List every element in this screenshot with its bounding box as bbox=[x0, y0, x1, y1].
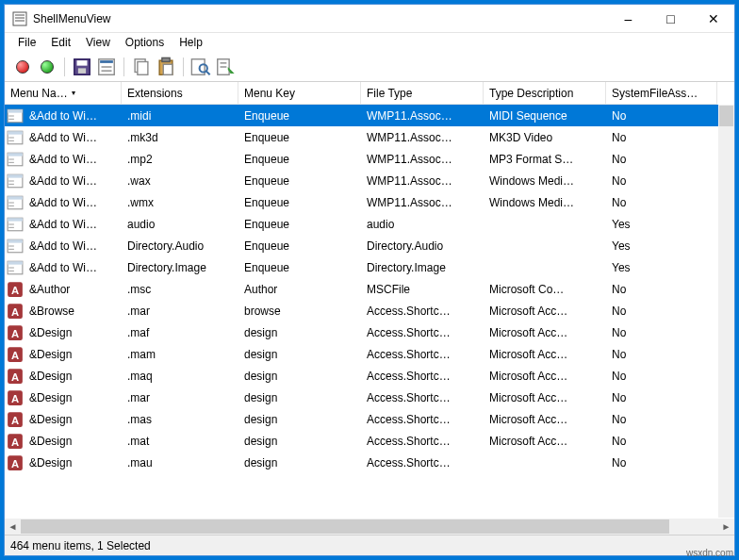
access-icon: A bbox=[7, 454, 24, 471]
maximize-button[interactable]: □ bbox=[649, 5, 692, 32]
svg-rect-12 bbox=[138, 61, 148, 74]
column-header-3[interactable]: File Type bbox=[361, 82, 484, 105]
cell: Access.Shortc… bbox=[361, 413, 484, 426]
cell: No bbox=[606, 305, 717, 318]
table-row[interactable]: A&Design.maqdesignAccess.Shortc…Microsof… bbox=[5, 365, 734, 387]
enable-button[interactable] bbox=[37, 57, 57, 77]
menu-icon bbox=[7, 151, 24, 168]
menubar: FileEditViewOptionsHelp bbox=[5, 33, 734, 52]
cell: .mar bbox=[122, 391, 238, 404]
menu-icon bbox=[7, 216, 24, 233]
column-header-2[interactable]: Menu Key bbox=[238, 82, 361, 105]
menu-file[interactable]: File bbox=[10, 34, 43, 51]
vertical-scrollbar[interactable] bbox=[718, 105, 734, 518]
save-button[interactable] bbox=[72, 57, 92, 77]
scroll-thumb[interactable] bbox=[719, 106, 733, 126]
listview: Menu Na…▾ExtensionsMenu KeyFile TypeType… bbox=[5, 82, 734, 535]
options-button[interactable] bbox=[215, 57, 236, 77]
horizontal-scrollbar[interactable]: ◄ ► bbox=[5, 519, 734, 535]
scroll-thumb[interactable] bbox=[21, 519, 669, 534]
disable-button[interactable] bbox=[12, 57, 33, 77]
column-header-0[interactable]: Menu Na…▾ bbox=[5, 82, 122, 105]
menu-view[interactable]: View bbox=[78, 34, 118, 51]
table-row[interactable]: A&Design.mardesignAccess.Shortc…Microsof… bbox=[5, 387, 734, 408]
table-row[interactable]: A&Design.masdesignAccess.Shortc…Microsof… bbox=[5, 408, 734, 430]
cell: Microsoft Acc… bbox=[484, 391, 606, 404]
find-button[interactable] bbox=[190, 57, 211, 77]
svg-text:A: A bbox=[11, 349, 19, 360]
copy-button[interactable] bbox=[131, 57, 152, 77]
menu-options[interactable]: Options bbox=[118, 34, 172, 51]
table-row[interactable]: &Add to Wi….waxEnqueueWMP11.Assoc…Window… bbox=[5, 170, 734, 191]
svg-rect-0 bbox=[13, 12, 26, 25]
cell: No bbox=[606, 153, 717, 166]
cell: Directory.Audio bbox=[361, 239, 484, 253]
listview-rows: &Add to Wi….midiEnqueueWMP11.Assoc…MIDI … bbox=[5, 105, 734, 519]
svg-rect-6 bbox=[78, 68, 86, 74]
menu-edit[interactable]: Edit bbox=[43, 34, 78, 51]
table-row[interactable]: &Add to Wi….wmxEnqueueWMP11.Assoc…Window… bbox=[5, 191, 734, 213]
cell: Microsoft Acc… bbox=[484, 348, 606, 361]
column-header-4[interactable]: Type Description bbox=[484, 82, 606, 105]
cell: Microsoft Acc… bbox=[484, 305, 606, 318]
cell: design bbox=[238, 326, 361, 339]
cell: &Add to Wi… bbox=[24, 153, 122, 166]
svg-text:A: A bbox=[11, 392, 19, 404]
cell: No bbox=[606, 131, 717, 144]
cell: No bbox=[606, 370, 717, 383]
menu-help[interactable]: Help bbox=[172, 34, 210, 51]
cell: .maf bbox=[122, 326, 238, 339]
cell: &Design bbox=[24, 348, 122, 361]
column-header-5[interactable]: SystemFileAss… bbox=[606, 82, 717, 105]
cell: MIDI Sequence bbox=[484, 109, 606, 123]
table-row[interactable]: A&Author.mscAuthorMSCFileMicrosoft Co…No bbox=[5, 278, 734, 300]
paste-button[interactable] bbox=[156, 57, 176, 77]
cell: .mk3d bbox=[122, 131, 238, 144]
cell: Microsoft Acc… bbox=[484, 435, 606, 448]
svg-text:A: A bbox=[11, 371, 19, 382]
menu-icon bbox=[7, 129, 24, 146]
table-row[interactable]: &Add to Wi….mk3dEnqueueWMP11.Assoc…MK3D … bbox=[5, 126, 734, 148]
scroll-right-button[interactable]: ► bbox=[718, 519, 734, 535]
minimize-button[interactable]: – bbox=[607, 5, 649, 32]
watermark: wsxdn.com bbox=[686, 548, 733, 558]
cell: MSCFile bbox=[361, 283, 484, 296]
cell: .maq bbox=[122, 370, 238, 383]
menu-icon bbox=[7, 259, 24, 276]
table-row[interactable]: &Add to Wi….mp2EnqueueWMP11.Assoc…MP3 Fo… bbox=[5, 148, 734, 170]
table-row[interactable]: &Add to Wi…Directory.ImageEnqueueDirecto… bbox=[5, 256, 734, 278]
cell: Access.Shortc… bbox=[361, 348, 484, 361]
table-row[interactable]: A&Design.mamdesignAccess.Shortc…Microsof… bbox=[5, 343, 734, 365]
properties-button[interactable] bbox=[96, 57, 117, 77]
column-header-1[interactable]: Extensions bbox=[122, 82, 238, 105]
table-row[interactable]: &Add to Wi….midiEnqueueWMP11.Assoc…MIDI … bbox=[5, 105, 734, 126]
cell: No bbox=[606, 283, 717, 296]
scroll-left-button[interactable]: ◄ bbox=[5, 519, 21, 535]
table-row[interactable]: A&Design.matdesignAccess.Shortc…Microsof… bbox=[5, 430, 734, 452]
cell: Access.Shortc… bbox=[361, 305, 484, 318]
table-row[interactable]: &Add to Wi…audioEnqueueaudioYes bbox=[5, 213, 734, 235]
cell: Windows Medi… bbox=[484, 174, 606, 188]
cell: &Design bbox=[24, 391, 122, 404]
close-button[interactable]: ✕ bbox=[692, 5, 734, 32]
cell: audio bbox=[122, 218, 238, 231]
separator bbox=[64, 58, 65, 76]
cell: WMP11.Assoc… bbox=[361, 174, 484, 188]
separator bbox=[123, 58, 124, 76]
table-row[interactable]: A&Design.maudesignAccess.Shortc…No bbox=[5, 452, 734, 473]
column-headers: Menu Na…▾ExtensionsMenu KeyFile TypeType… bbox=[5, 82, 734, 105]
svg-rect-31 bbox=[8, 153, 23, 156]
titlebar[interactable]: ShellMenuView – □ ✕ bbox=[5, 5, 734, 33]
svg-rect-14 bbox=[162, 58, 170, 61]
table-row[interactable]: &Add to Wi…Directory.AudioEnqueueDirecto… bbox=[5, 235, 734, 256]
cell: Yes bbox=[606, 261, 717, 274]
table-row[interactable]: A&Design.mafdesignAccess.Shortc…Microsof… bbox=[5, 321, 734, 343]
menu-icon bbox=[7, 173, 24, 189]
cell: Enqueue bbox=[238, 239, 361, 253]
cell: &Add to Wi… bbox=[24, 218, 122, 231]
svg-line-18 bbox=[206, 71, 210, 74]
cell: design bbox=[238, 348, 361, 361]
window-title: ShellMenuView bbox=[33, 12, 607, 25]
app-window: ShellMenuView – □ ✕ FileEditViewOptionsH… bbox=[4, 4, 735, 556]
table-row[interactable]: A&Browse.marbrowseAccess.Shortc…Microsof… bbox=[5, 300, 734, 321]
